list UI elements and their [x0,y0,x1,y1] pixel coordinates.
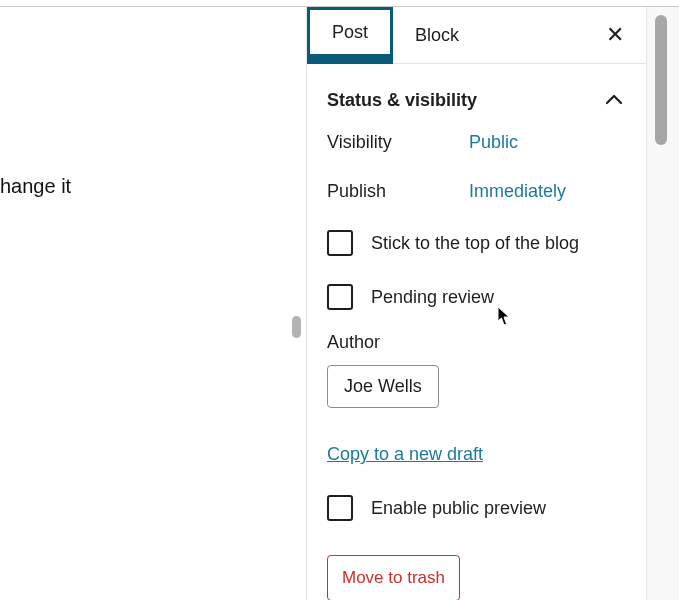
visibility-row: Visibility Public [327,132,626,153]
sticky-checkbox[interactable] [327,230,353,256]
tab-block-label: Block [415,25,459,46]
author-value: Joe Wells [344,376,422,396]
close-icon: ✕ [606,22,624,47]
publish-row: Publish Immediately [327,181,626,202]
sticky-row: Stick to the top of the blog [327,230,626,256]
tab-block[interactable]: Block [393,7,481,64]
public-preview-checkbox[interactable] [327,495,353,521]
move-to-trash-label: Move to trash [342,568,445,587]
section-body: Visibility Public Publish Immediately St… [307,132,646,600]
pending-review-checkbox[interactable] [327,284,353,310]
copy-to-new-draft-link[interactable]: Copy to a new draft [327,444,483,465]
section-header-status-visibility[interactable]: Status & visibility [307,64,646,132]
publish-value-button[interactable]: Immediately [469,181,566,202]
page-scrollbar-track[interactable] [646,7,679,600]
tab-post[interactable]: Post [307,7,393,64]
public-preview-label: Enable public preview [371,498,546,519]
author-label: Author [327,332,626,353]
publish-label: Publish [327,181,469,202]
pending-review-row: Pending review [327,284,626,310]
author-select[interactable]: Joe Wells [327,365,439,408]
editor-text-fragment: hange it [0,175,71,197]
public-preview-row: Enable public preview [327,495,626,521]
pending-review-label: Pending review [371,287,494,308]
page-scrollbar-thumb[interactable] [655,15,667,145]
sidebar-tabs: Post Block ✕ [307,7,646,64]
move-to-trash-button[interactable]: Move to trash [327,555,460,600]
resize-grip-icon [292,316,301,338]
chevron-up-icon [602,88,626,112]
editor-canvas[interactable]: hange it [0,7,288,600]
sidebar-resize-handle[interactable] [288,7,306,600]
sticky-label: Stick to the top of the blog [371,233,579,254]
settings-sidebar: Post Block ✕ Status & visibility Visibil… [306,7,646,600]
section-title: Status & visibility [327,90,477,111]
tab-post-label: Post [332,22,368,43]
visibility-value-button[interactable]: Public [469,132,518,153]
visibility-label: Visibility [327,132,469,153]
close-sidebar-button[interactable]: ✕ [606,22,624,48]
